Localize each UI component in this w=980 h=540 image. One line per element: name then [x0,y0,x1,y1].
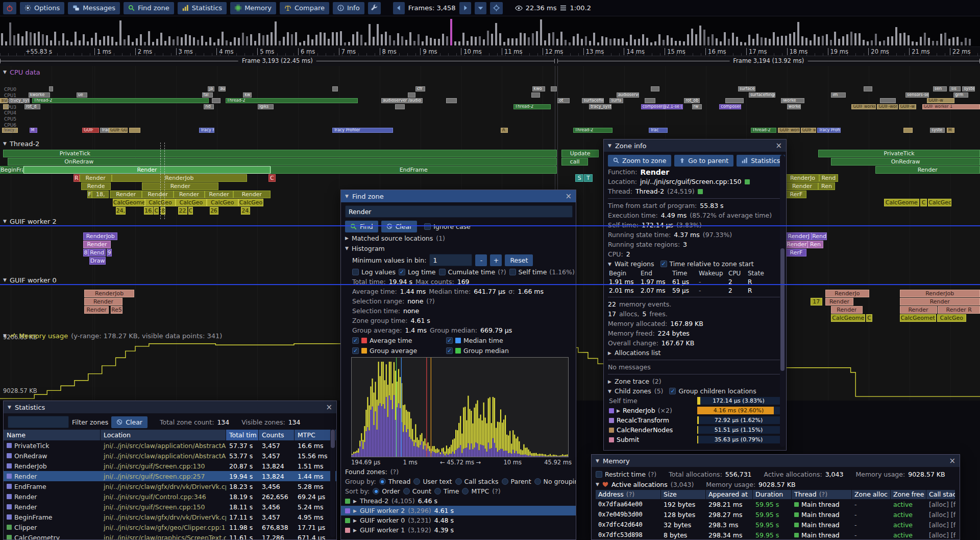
zone[interactable]: 18, [92,191,109,198]
cpu-zone[interactable]: surfaceflinger [749,92,775,98]
cpu-zone[interactable]: Trac [649,128,667,133]
cpu-zone[interactable]: M [947,128,954,133]
wait-column-wakeup[interactable]: Wakeup [699,270,728,277]
stats-column-mtpc[interactable]: MTPC [295,430,336,440]
thread-header-thread-2[interactable]: ▼Thread-2 [3,139,39,148]
cpu-zone[interactable] [395,104,405,109]
zone[interactable]: Render [900,306,937,314]
info-button[interactable]: Info [333,2,364,14]
toggle-log-time[interactable]: ✓Log time [399,268,436,276]
stats-row[interactable]: Renderjni/../jni/src/guif/Screen.cpp:257… [4,471,336,481]
clear-button[interactable]: Clear [381,221,418,232]
collapse-icon[interactable]: ▼ [596,458,599,463]
collapse-icon[interactable]: ▼ [608,389,611,394]
memory-titlebar[interactable]: ▼ Memory × [592,455,960,467]
found-group-row[interactable]: ▶GUIF worker 0(3,231)4.48 s [341,515,576,525]
sort-by-option-count[interactable]: Count [403,487,431,495]
memory-column-thread[interactable]: Thread(?) [792,490,851,499]
zone[interactable]: C [268,174,275,182]
zone[interactable]: RenderJob [83,232,117,240]
zone[interactable]: RenderJ [786,232,812,240]
zone[interactable]: Draw [89,257,106,265]
cpu-zone[interactable] [725,98,744,103]
cpu-zone[interactable]: rot_ob [684,98,700,103]
zone[interactable]: RenderJob [112,174,247,182]
cpu-zone[interactable]: surfacefling [582,98,603,103]
cpu-zone[interactable]: GUIF worker 0 [851,104,876,109]
thread-header-guif-worker-0[interactable]: ▼GUIF worker 0 [3,276,57,284]
zone[interactable]: Render [84,298,122,306]
found-group-row[interactable]: ▶Thread-2(4,105)6.46 s [341,496,576,506]
expand-icon[interactable]: ▶ [345,236,349,241]
scrollbar[interactable] [780,155,785,447]
messages-button[interactable]: Messages [68,2,120,14]
group-children-checkbox[interactable]: ✓Group children locations [669,387,756,395]
collapse-icon[interactable]: ▼ [608,143,611,148]
cpu-zone[interactable]: iworke [781,98,804,103]
search-input[interactable] [345,205,573,218]
zone[interactable]: 17 [811,298,822,306]
legend-average-time[interactable]: ✓Average time [352,337,443,344]
cpu-zone[interactable]: Thread-2 [513,104,551,109]
thread-header-guif-worker-2[interactable]: ▼GUIF worker 2 [3,217,57,225]
options-button[interactable]: Options [20,2,64,14]
zone[interactable]: CalcGeo [176,199,207,206]
statistics-button[interactable]: Statistics [737,155,785,167]
cpu-zone[interactable]: syste [930,128,945,133]
cpu-zone[interactable]: ja [208,86,214,91]
go-to-parent-button[interactable]: Go to parent [674,155,733,167]
cpu-zone[interactable]: nd [204,104,213,109]
collapse-icon[interactable]: ▼ [8,405,11,410]
zone-info-titlebar[interactable]: ▼ Zone info × [604,139,786,152]
zone[interactable]: OnRedraw [831,158,980,166]
cpu-zone[interactable]: sensors-se [905,92,929,98]
increment-button[interactable]: + [490,254,502,266]
zone[interactable]: EndFrame [271,166,557,174]
next-frame-button[interactable] [459,2,471,14]
sort-by-option-mtpc[interactable]: MTPC [462,487,489,495]
cpu-zone[interactable]: ue [77,92,87,98]
legend-group-average[interactable]: ✓Group average [352,347,443,355]
cpu-zone[interactable]: surface [738,86,756,91]
stats-row[interactable]: OnRedrawjni/../jni/src/claw/application/… [4,451,336,461]
cpu-zone[interactable] [645,98,655,103]
wait-regions-row[interactable]: ▼ Wait regions ✓Time relative to zone st… [604,259,786,269]
zone[interactable]: 9 [107,249,112,256]
zone[interactable]: CalcGeo [207,199,238,206]
zone[interactable]: Rend [812,232,827,240]
compare-button[interactable]: Compare [280,2,329,14]
stats-column-location[interactable]: Location [101,430,226,440]
zone[interactable]: Ren [807,241,823,248]
toggle-self-time[interactable]: Self time(1.16%) [509,268,575,276]
cpu-zone[interactable]: audioserver /audio [381,98,423,103]
zone[interactable]: Render [900,298,980,306]
cpu-zone[interactable]: cfr [415,86,425,91]
cpu-zone[interactable]: surfa [609,98,623,103]
cpu-zone[interactable]: au [218,86,225,91]
cpu-zone[interactable] [129,128,140,133]
collapse-icon[interactable]: ▼ [608,262,611,267]
toggle-log-values[interactable]: Log values [352,268,396,276]
time-relative-checkbox[interactable]: ✓Time relative to zone start [660,260,754,268]
cpu-data-header[interactable]: ▼CPU data [3,68,40,76]
stats-row[interactable]: PrivateTickjni/../jni/src/claw/applicati… [4,440,336,451]
decrement-button[interactable]: - [475,254,487,266]
cpu-zone[interactable] [49,86,53,91]
cpu-zone[interactable]: Thread-2 [226,98,358,103]
zone[interactable]: 8 [83,249,88,256]
find-button[interactable]: Find [345,221,378,232]
group-by-option-thread[interactable]: Thread [379,478,411,485]
cpu-zone[interactable] [332,86,338,91]
clear-filter-button[interactable]: Clear [111,416,148,428]
cpu-zone[interactable]: kw [243,92,252,98]
stats-row[interactable]: EndFramejni/../jni/src/claw/gfx/drv/vk/D… [4,481,336,491]
zone[interactable]: RenderJob [84,290,134,297]
cpu-zone[interactable]: Thread-2 [32,98,209,103]
find-zone-histogram[interactable] [351,357,569,457]
memory-column-zone-free[interactable]: Zone free [891,490,926,499]
cpu-zone[interactable]: Tracy Profiler [817,128,841,133]
close-icon[interactable]: × [326,404,332,411]
scrollbar-thumb[interactable] [780,248,785,371]
frame-markers-bar[interactable]: Frame 3,193 (22.45 ms)Frame 3,194 (13.92… [0,56,980,66]
close-icon[interactable]: × [775,142,782,150]
